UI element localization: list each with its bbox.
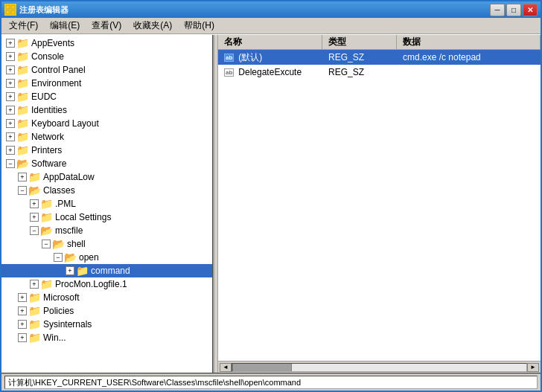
menu-file[interactable]: 文件(F) xyxy=(3,19,44,33)
folder-open-icon: 📂 xyxy=(64,251,77,263)
title-bar: 注册表编辑器 ─ □ ✕ xyxy=(1,1,541,18)
expand-button[interactable]: + xyxy=(6,52,15,61)
folder-icon: 📁 xyxy=(40,278,53,290)
folder-open-icon: 📂 xyxy=(52,238,65,250)
expand-button[interactable]: + xyxy=(30,199,39,208)
expand-button[interactable]: + xyxy=(6,65,15,74)
tree-item-command[interactable]: +📁command xyxy=(1,264,212,277)
tree-item-Identities[interactable]: +📁Identities xyxy=(1,103,212,117)
col-type: 类型 xyxy=(322,35,397,49)
expand-button[interactable]: + xyxy=(66,266,74,275)
scroll-thumb[interactable] xyxy=(232,363,292,372)
tree-item-ControlPanel[interactable]: +📁Control Panel xyxy=(1,63,212,77)
folder-icon: 📁 xyxy=(16,51,29,62)
status-path: 计算机\HKEY_CURRENT_USER\Software\Classes\m… xyxy=(4,376,538,389)
expand-button[interactable]: + xyxy=(6,119,15,128)
cell-type: REG_SZ xyxy=(322,65,397,79)
tree-item-Software[interactable]: −📂Software xyxy=(1,157,212,170)
detail-rows: ab (默认) REG_SZ cmd.exe /c notepad ab Del… xyxy=(218,50,541,361)
tree-pane[interactable]: +📁AppEvents+📁Console+📁Control Panel+📁Env… xyxy=(1,35,214,373)
expand-button[interactable]: + xyxy=(6,39,15,48)
tree-item-shell[interactable]: −📂shell xyxy=(1,237,212,251)
svg-rect-0 xyxy=(6,5,10,9)
expand-button[interactable]: + xyxy=(18,173,27,181)
tree-item-Environment[interactable]: +📁Environment xyxy=(1,77,212,90)
tree-item-Network[interactable]: +📁Network xyxy=(1,130,212,144)
tree-item-label: mscfile xyxy=(55,225,83,236)
expand-button[interactable]: + xyxy=(18,293,27,302)
folder-open-icon: 📂 xyxy=(40,225,53,237)
tree-item-.PML[interactable]: +📁.PML xyxy=(1,197,212,211)
folder-icon: 📁 xyxy=(16,77,29,89)
expand-button[interactable]: + xyxy=(6,92,15,101)
folder-icon: 📁 xyxy=(28,332,41,344)
expand-button[interactable]: + xyxy=(6,146,15,155)
svg-rect-1 xyxy=(11,5,15,9)
scroll-left-btn[interactable]: ◄ xyxy=(220,363,232,372)
menu-view[interactable]: 查看(V) xyxy=(86,19,127,33)
expand-button[interactable]: + xyxy=(18,333,27,342)
folder-icon: 📁 xyxy=(16,131,29,143)
tree-item-label: Console xyxy=(31,51,64,62)
minimize-button[interactable]: ─ xyxy=(490,4,505,16)
menu-favorites[interactable]: 收藏夹(A) xyxy=(127,19,178,33)
folder-icon: 📁 xyxy=(28,292,41,303)
detail-row[interactable]: ab (默认) REG_SZ cmd.exe /c notepad xyxy=(218,50,541,65)
expand-button[interactable]: + xyxy=(6,79,15,88)
folder-icon: 📁 xyxy=(16,118,29,129)
folder-icon: 📁 xyxy=(40,211,53,223)
tree-item-AppEvents[interactable]: +📁AppEvents xyxy=(1,36,212,50)
detail-header: 名称 类型 数据 xyxy=(218,35,541,50)
scroll-right-btn[interactable]: ► xyxy=(527,363,539,372)
expand-button[interactable]: + xyxy=(6,132,15,141)
tree-item-label: command xyxy=(91,266,130,276)
registry-type-icon: ab xyxy=(224,68,234,77)
tree-item-LocalSettings[interactable]: +📁Local Settings xyxy=(1,211,212,224)
expand-button[interactable]: + xyxy=(18,320,27,329)
close-button[interactable]: ✕ xyxy=(523,4,538,16)
folder-icon: 📁 xyxy=(16,144,29,156)
detail-pane: 名称 类型 数据 ab (默认) REG_SZ cmd.exe /c notep… xyxy=(218,35,541,373)
registry-type-icon: ab xyxy=(224,54,234,62)
menu-edit[interactable]: 编辑(E) xyxy=(44,19,86,33)
cell-data: cmd.exe /c notepad xyxy=(397,51,541,64)
value-name: DelegateExcute xyxy=(238,67,302,77)
expand-button[interactable]: + xyxy=(30,280,39,289)
expand-button[interactable]: − xyxy=(54,253,63,262)
tree-item-label: .PML xyxy=(55,199,76,209)
folder-icon: 📁 xyxy=(16,37,29,49)
expand-button[interactable]: + xyxy=(6,106,15,115)
tree-item-mscfile[interactable]: −📂mscfile xyxy=(1,224,212,237)
folder-icon: 📁 xyxy=(28,318,41,330)
folder-icon: 📁 xyxy=(28,305,41,317)
tree-item-EUDC[interactable]: +📁EUDC xyxy=(1,90,212,103)
expand-button[interactable]: − xyxy=(30,226,39,235)
expand-button[interactable]: + xyxy=(30,213,39,222)
tree-item-label: Software xyxy=(31,158,66,169)
expand-button[interactable]: − xyxy=(6,159,15,168)
expand-button[interactable]: − xyxy=(42,240,51,248)
maximize-button[interactable]: □ xyxy=(506,4,521,16)
scroll-track[interactable] xyxy=(232,363,527,372)
tree-item-Microsoft[interactable]: +📁Microsoft xyxy=(1,291,212,304)
tree-item-Policies[interactable]: +📁Policies xyxy=(1,304,212,318)
tree-item-Sysinternals[interactable]: +📁Sysinternals xyxy=(1,318,212,331)
tree-item-label: ProcMon.Logfile.1 xyxy=(55,279,127,289)
tree-item-WinMore[interactable]: +📁Win... xyxy=(1,331,212,344)
tree-item-label: Win... xyxy=(43,332,66,343)
expand-button[interactable]: − xyxy=(18,186,27,195)
tree-item-label: EUDC xyxy=(31,91,57,102)
tree-item-KeyboardLayout[interactable]: +📁Keyboard Layout xyxy=(1,117,212,130)
tree-item-label: Policies xyxy=(43,306,74,316)
tree-item-ProcMonLogfile1[interactable]: +📁ProcMon.Logfile.1 xyxy=(1,277,212,291)
tree-item-Classes[interactable]: −📂Classes xyxy=(1,184,212,197)
tree-item-open[interactable]: −📂open xyxy=(1,251,212,264)
menu-help[interactable]: 帮助(H) xyxy=(178,19,220,33)
tree-item-Console[interactable]: +📁Console xyxy=(1,50,212,63)
tree-item-Printers[interactable]: +📁Printers xyxy=(1,144,212,157)
horizontal-scrollbar[interactable]: ◄ ► xyxy=(218,361,541,373)
detail-row[interactable]: ab DelegateExcute REG_SZ xyxy=(218,65,541,80)
tree-item-AppDataLow[interactable]: +📁AppDataLow xyxy=(1,170,212,184)
expand-button[interactable]: + xyxy=(18,306,27,315)
svg-rect-2 xyxy=(6,10,10,14)
